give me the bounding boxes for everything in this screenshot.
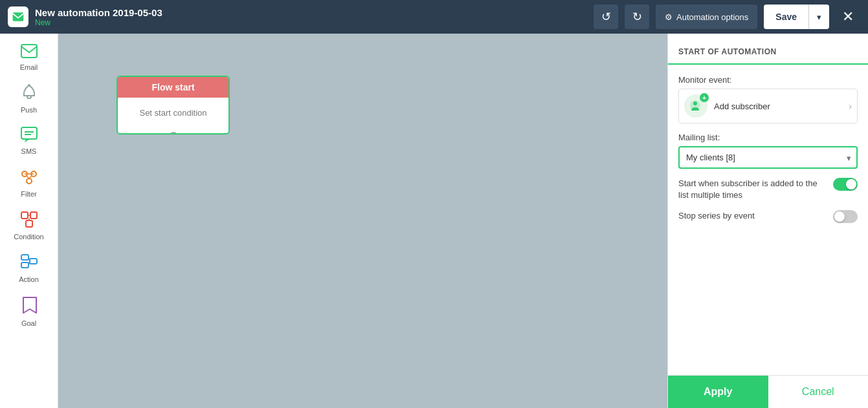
- monitor-event-section: Monitor event: + Add subscriber ›: [678, 75, 858, 123]
- svg-line-12: [27, 176, 29, 178]
- sidebar-item-push[interactable]: Push: [6, 79, 52, 119]
- svg-rect-16: [26, 220, 32, 227]
- goal-icon: [21, 296, 38, 317]
- mailing-list-section: Mailing list: My clients [8] Newsletter …: [678, 133, 858, 169]
- svg-rect-14: [21, 212, 28, 219]
- apply-button[interactable]: Apply: [668, 376, 768, 408]
- automation-options-label: Automation options: [676, 12, 748, 22]
- sidebar-item-filter[interactable]: Filter: [6, 163, 52, 203]
- toggle-slider-off: [833, 210, 858, 223]
- sidebar-item-goal[interactable]: Goal: [6, 291, 52, 332]
- save-dropdown-button[interactable]: ▾: [808, 5, 829, 29]
- svg-point-10: [27, 178, 32, 184]
- monitor-event-row[interactable]: + Add subscriber ›: [678, 89, 858, 123]
- sidebar-item-action-label: Action: [19, 275, 39, 283]
- right-panel: START OF AUTOMATION Monitor event: + Add…: [667, 34, 868, 408]
- gear-icon: ⚙: [665, 12, 673, 22]
- svg-rect-0: [13, 12, 24, 21]
- svg-rect-21: [30, 259, 37, 264]
- sidebar-item-sms-label: SMS: [21, 147, 37, 155]
- toggle-slider-on: [833, 178, 858, 191]
- right-panel-title: START OF AUTOMATION: [678, 47, 777, 56]
- header-title-group: New automation 2019-05-03 New: [35, 7, 162, 27]
- main-area: Email Push SMS: [0, 34, 868, 408]
- header: New automation 2019-05-03 New ↺ ↻ ⚙ Auto…: [0, 0, 868, 34]
- close-button[interactable]: ✕: [836, 5, 860, 29]
- flow-start-card[interactable]: Flow start Set start condition: [117, 76, 230, 134]
- monitor-event-label: Monitor event:: [678, 75, 858, 85]
- svg-point-26: [693, 102, 697, 105]
- chevron-right-icon: ›: [849, 101, 852, 111]
- push-icon: [21, 84, 37, 103]
- cancel-button[interactable]: Cancel: [768, 376, 869, 408]
- mailing-select-wrapper: My clients [8] Newsletter VIP clients ▾: [678, 146, 858, 169]
- page-title: New automation 2019-05-03: [35, 7, 162, 18]
- svg-rect-15: [30, 212, 37, 219]
- filter-icon: [20, 168, 38, 188]
- flow-card-body: Set start condition: [118, 98, 228, 133]
- right-panel-body: Monitor event: + Add subscriber ›: [668, 65, 868, 375]
- sidebar-item-condition-label: Condition: [14, 233, 43, 241]
- undo-button[interactable]: ↺: [594, 5, 618, 29]
- automation-options-button[interactable]: ⚙ Automation options: [656, 5, 757, 29]
- toggle-multiple-times-row: Start when subscriber is added to the li…: [678, 178, 858, 201]
- page-subtitle: New: [35, 18, 162, 27]
- flow-card-body-text: Set start condition: [139, 108, 206, 118]
- svg-rect-19: [21, 255, 28, 260]
- sidebar-item-goal-label: Goal: [21, 319, 36, 327]
- svg-line-23: [28, 261, 30, 265]
- app-logo: [8, 6, 28, 27]
- sidebar-item-push-label: Push: [21, 106, 37, 114]
- svg-rect-20: [21, 263, 28, 268]
- save-group: Save ▾: [764, 5, 829, 29]
- svg-line-22: [28, 257, 30, 261]
- sms-icon: [21, 127, 38, 145]
- flow-card-header: Flow start: [118, 77, 228, 98]
- toggle-knob-off: [834, 211, 845, 222]
- save-button[interactable]: Save: [764, 5, 808, 29]
- sidebar-item-email-label: Email: [20, 63, 38, 71]
- toggle-stop-series[interactable]: [833, 210, 858, 223]
- sidebar: Email Push SMS: [0, 34, 58, 408]
- right-panel-footer: Apply Cancel: [668, 375, 868, 408]
- toggle-stop-series-label: Stop series by event: [678, 210, 827, 222]
- add-icon: +: [700, 93, 709, 102]
- svg-line-13: [29, 176, 32, 178]
- sidebar-item-condition[interactable]: Condition: [6, 206, 52, 246]
- svg-point-3: [28, 84, 30, 87]
- monitor-event-value: Add subscriber: [714, 102, 842, 111]
- svg-rect-4: [21, 127, 37, 139]
- email-icon: [21, 44, 38, 61]
- redo-button[interactable]: ↻: [625, 5, 649, 29]
- toggle-knob: [846, 179, 856, 189]
- svg-marker-24: [23, 297, 36, 313]
- condition-icon: [20, 211, 38, 230]
- monitor-event-icon: +: [684, 94, 707, 118]
- mailing-list-select[interactable]: My clients [8] Newsletter VIP clients: [678, 146, 858, 169]
- sidebar-item-filter-label: Filter: [21, 190, 36, 198]
- toggle-multiple-times[interactable]: [833, 178, 858, 191]
- sidebar-item-email[interactable]: Email: [6, 39, 52, 76]
- right-panel-header: START OF AUTOMATION: [668, 34, 868, 65]
- svg-rect-1: [21, 45, 37, 58]
- svg-rect-2: [27, 96, 31, 98]
- chevron-down-icon: ▾: [817, 12, 821, 22]
- toggle-multiple-times-label: Start when subscriber is added to the li…: [678, 178, 827, 201]
- mailing-list-label: Mailing list:: [678, 133, 858, 142]
- toggle-stop-series-row: Stop series by event: [678, 210, 858, 223]
- canvas: Flow start Set start condition: [58, 34, 667, 408]
- sidebar-item-action[interactable]: Action: [6, 248, 52, 288]
- sidebar-item-sms[interactable]: SMS: [6, 122, 52, 160]
- action-icon: [20, 253, 38, 273]
